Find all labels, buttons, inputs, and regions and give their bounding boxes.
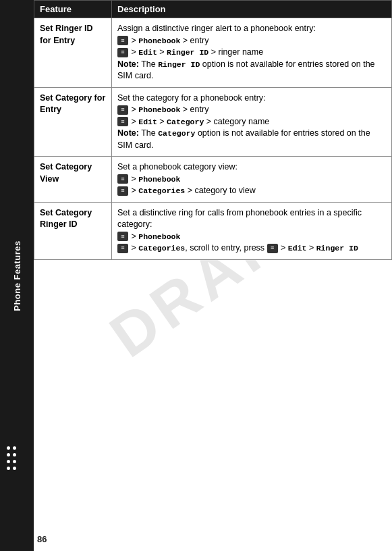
- category-inline: Category: [158, 129, 195, 138]
- dot: [7, 453, 10, 456]
- dot: [7, 460, 10, 463]
- sidebar-label-text: Phone Features: [12, 240, 22, 311]
- header-description: Description: [112, 1, 392, 18]
- edit-code: Edit: [138, 117, 157, 126]
- icon-line-2: > Categories, scroll to entry, press > E…: [117, 243, 358, 253]
- desc-text: Assign a distinctive ringer alert to a p…: [117, 24, 316, 33]
- desc-cell-category-entry: Set the category for a phonebook entry: …: [112, 87, 392, 157]
- sidebar-dots: [7, 446, 16, 470]
- page-container: Phone Features DRAFT: [0, 0, 392, 551]
- icon-line-1: > Phonebook: [117, 174, 180, 184]
- phonebook-code: Phonebook: [138, 105, 180, 114]
- menu-icon: [117, 36, 128, 45]
- main-content: Feature Description Set Ringer ID for En…: [34, 0, 392, 551]
- dot: [13, 453, 16, 456]
- icon-line-2: > Edit > Ringer ID > ringer name: [117, 47, 263, 57]
- phonebook-code: Phonebook: [138, 36, 180, 45]
- menu-icon: [117, 244, 128, 253]
- desc-cell-category-ringer: Set a distinctive ring for calls from ph…: [112, 202, 392, 259]
- desc-text: Set the category for a phonebook entry:: [117, 93, 266, 103]
- dot-row-4: [7, 467, 16, 470]
- categories-code: Categories: [138, 186, 185, 195]
- dot-row-2: [7, 453, 16, 456]
- desc-cell-ringer-id: Assign a distinctive ringer alert to a p…: [112, 18, 392, 88]
- feature-cell-category-view: Set Category View: [34, 157, 112, 203]
- dot: [7, 467, 10, 470]
- feature-cell-category-ringer: Set Category Ringer ID: [34, 202, 112, 259]
- sidebar: Phone Features: [0, 0, 34, 551]
- menu-icon: [117, 48, 128, 57]
- icon-line-1: > Phonebook: [117, 232, 180, 241]
- feature-cell-category-entry: Set Category for Entry: [34, 87, 112, 157]
- edit-code: Edit: [288, 244, 307, 253]
- table-row: Set Category Ringer ID Set a distinctive…: [34, 202, 392, 259]
- header-feature: Feature: [34, 1, 112, 18]
- phonebook-code: Phonebook: [138, 232, 180, 241]
- icon-line-1: > Phonebook > entry: [117, 105, 208, 114]
- ringerid-code: Ringer ID: [167, 48, 208, 57]
- dot: [13, 446, 16, 450]
- table-row: Set Ringer ID for Entry Assign a distinc…: [34, 18, 392, 88]
- menu-icon: [117, 105, 128, 115]
- icon-line-1: > Phonebook > entry: [117, 36, 208, 45]
- feature-table: Feature Description Set Ringer ID for En…: [34, 0, 392, 260]
- note-bold: Note:: [117, 59, 139, 69]
- menu-icon: [267, 244, 278, 253]
- desc-text: Set a distinctive ring for calls from ph…: [117, 208, 362, 230]
- edit-code: Edit: [138, 48, 157, 57]
- note-text: Note: The Ringer ID option is not availa…: [117, 59, 375, 81]
- desc-text: Set a phonebook category view:: [117, 162, 237, 172]
- page-number: 86: [37, 534, 47, 544]
- feature-cell-ringer-id: Set Ringer ID for Entry: [34, 18, 112, 88]
- menu-icon: [117, 174, 128, 184]
- menu-icon: [117, 186, 128, 196]
- note-text: Note: The Category option is not availab…: [117, 128, 370, 150]
- table-row: Set Category View Set a phonebook catego…: [34, 157, 392, 203]
- ringerid-inline: Ringer ID: [158, 60, 200, 69]
- table-row: Set Category for Entry Set the category …: [34, 87, 392, 157]
- phonebook-code: Phonebook: [138, 175, 180, 184]
- icon-line-2: > Categories > category to view: [117, 186, 256, 195]
- dot: [13, 460, 16, 463]
- menu-icon: [117, 232, 128, 241]
- categories-code: Categories: [138, 244, 185, 253]
- dot-row-1: [7, 446, 16, 450]
- dot: [7, 446, 10, 450]
- desc-cell-category-view: Set a phonebook category view: > Phonebo…: [112, 157, 392, 203]
- dot-row-3: [7, 460, 16, 463]
- table-header-row: Feature Description: [34, 1, 392, 18]
- menu-icon: [117, 117, 128, 126]
- category-code: Category: [167, 117, 204, 126]
- ringerid-code: Ringer ID: [316, 244, 358, 253]
- note-bold: Note:: [117, 128, 139, 138]
- icon-line-2: > Edit > Category > category name: [117, 117, 269, 126]
- dot: [13, 467, 16, 470]
